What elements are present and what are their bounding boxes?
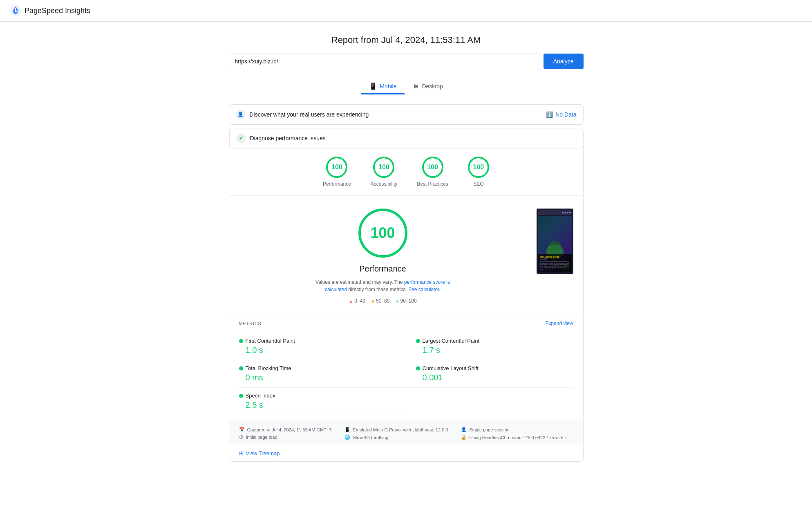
range-label-red: 0–49	[354, 298, 365, 304]
score-label-best-practices: Best Practices	[417, 181, 448, 187]
svg-point-8	[548, 252, 549, 253]
footer-item-icon: 📅	[239, 427, 245, 432]
footer-item-text: Using HeadlessChromium 125.0.6422.175 wi…	[469, 435, 567, 440]
metric-item: First Contentful Paint 1.0 s	[239, 333, 406, 360]
see-calculator-link[interactable]: See calculator.	[408, 287, 441, 292]
diagnose-text: Diagnose performance issues	[250, 135, 326, 141]
footer-item-icon: 👤	[461, 427, 467, 432]
treemap-icon: ⊞	[239, 450, 244, 456]
metric-item: Total Blocking Time 0 ms	[239, 360, 406, 388]
score-circle-best-practices: 100	[422, 157, 443, 178]
metric-item: Largest Contentful Paint 1.7 s	[406, 333, 573, 360]
footer-item-icon: 📱	[344, 427, 350, 432]
score-label-accessibility: Accessibility	[371, 181, 397, 187]
score-item-best-practices[interactable]: 100 Best Practices	[417, 157, 448, 187]
score-circle-seo: 100	[468, 157, 489, 178]
diagnose-bar: ✔ Diagnose performance issues	[229, 128, 583, 148]
diagnose-icon: ✔	[236, 133, 246, 143]
metrics-grid: First Contentful Paint 1.0 s Largest Con…	[239, 333, 573, 415]
footer-item: ⏱Initial page load	[239, 435, 332, 440]
url-input[interactable]	[229, 54, 540, 69]
tab-mobile[interactable]: 📱 Mobile	[361, 79, 405, 94]
app-header: PageSpeed Insights	[0, 0, 812, 22]
metric-value: 2.5 s	[239, 400, 396, 410]
no-data-icon: ℹ️	[546, 111, 553, 118]
footer-item: 🔒Using HeadlessChromium 125.0.6422.175 w…	[461, 435, 567, 440]
score-item-accessibility[interactable]: 100 Accessibility	[371, 157, 397, 187]
score-item-seo[interactable]: 100 SEO	[468, 157, 489, 187]
svg-point-4	[549, 247, 550, 248]
metric-name-row: First Contentful Paint	[239, 338, 396, 344]
footer-item-text: Slow 4G throttling	[353, 435, 388, 440]
performance-right: Seni Estetika Bunga oleh XUIY Nikmati pe…	[537, 209, 573, 274]
tab-desktop[interactable]: 🖥 Desktop	[405, 79, 451, 94]
tab-mobile-label: Mobile	[380, 83, 396, 90]
big-score-circle: 100	[358, 209, 407, 258]
desktop-icon: 🖥	[413, 83, 419, 90]
metric-name-row: Cumulative Layout Shift	[416, 365, 573, 371]
footer-item: 👤Single page session	[461, 427, 567, 432]
scores-section: ✔ Diagnose performance issues 100 Perfor…	[229, 128, 584, 462]
metric-dot	[239, 366, 243, 370]
main-content: Report from Jul 4, 2024, 11:53:11 AM Ana…	[222, 22, 590, 475]
footer-item-icon: 🔒	[461, 435, 467, 440]
nav-dot-1	[562, 212, 564, 213]
score-item-performance[interactable]: 100 Performance	[323, 157, 351, 187]
score-label-performance: Performance	[323, 181, 351, 187]
metric-value: 1.0 s	[239, 346, 396, 355]
discover-icon: 👤	[236, 110, 246, 119]
range-label-orange: 50–89	[376, 298, 389, 304]
performance-description: Values are estimated and may vary. The p…	[309, 278, 456, 293]
perf-desc-middle: directly from these metrics.	[348, 287, 408, 292]
mobile-icon: 📱	[369, 82, 377, 90]
metric-name: Speed Index	[246, 393, 275, 399]
footer-item: 📱Emulated Moto G Power with Lighthouse 1…	[344, 427, 448, 432]
expand-view-button[interactable]: Expand view	[545, 321, 573, 326]
treemap-label: View Treemap	[246, 450, 280, 456]
tabs-container: 📱 Mobile 🖥 Desktop	[229, 79, 584, 94]
metric-name: Largest Contentful Paint	[423, 338, 479, 344]
green-circle-icon: ●	[396, 299, 398, 303]
screenshot-preview: Seni Estetika Bunga oleh XUIY Nikmati pe…	[537, 209, 573, 274]
metric-name: Total Blocking Time	[246, 365, 291, 371]
footer-item-text: Emulated Moto G Power with Lighthouse 12…	[353, 427, 448, 432]
score-circle-performance: 100	[326, 157, 347, 178]
metric-name-row: Largest Contentful Paint	[416, 338, 573, 344]
range-item-red: ▲ 0–49	[349, 298, 365, 304]
metric-value: 0 ms	[239, 373, 396, 382]
tab-desktop-label: Desktop	[422, 83, 443, 90]
logo-area: PageSpeed Insights	[10, 5, 90, 16]
metrics-section: METRICS Expand view First Contentful Pai…	[229, 314, 583, 422]
nav-dot-4	[569, 212, 571, 213]
footer-col-2: 📱Emulated Moto G Power with Lighthouse 1…	[344, 427, 448, 440]
discover-section: 👤 Discover what your real users are expe…	[229, 104, 584, 125]
metric-dot	[416, 366, 420, 370]
score-label-seo: SEO	[473, 181, 483, 187]
footer-item-text: Single page session	[469, 427, 509, 432]
pagespeed-logo-icon	[10, 5, 21, 16]
analyze-button[interactable]: Analyze	[544, 54, 584, 69]
svg-point-7	[559, 251, 561, 252]
discover-text: Discover what your real users are experi…	[250, 111, 369, 118]
performance-detail: 100 Performance Values are estimated and…	[229, 195, 583, 314]
metric-value: 1.7 s	[416, 346, 573, 355]
app-name: PageSpeed Insights	[25, 7, 90, 15]
metrics-label: METRICS	[239, 321, 262, 326]
screenshot-overlay: Seni Estetika Bunga oleh XUIY Nikmati pe…	[538, 254, 572, 272]
svg-point-6	[551, 244, 552, 245]
footer-col-1: 📅Captured at Jul 4, 2024, 11:53 AM GMT+7…	[239, 427, 332, 440]
metrics-header: METRICS Expand view	[239, 321, 573, 326]
range-item-green: ● 90–100	[396, 298, 416, 304]
performance-title: Performance	[359, 264, 406, 274]
footer-item-text: Captured at Jul 4, 2024, 11:53 AM GMT+7	[247, 427, 332, 432]
no-data-badge: ℹ️ No Data	[546, 111, 576, 118]
metric-name: First Contentful Paint	[246, 338, 295, 344]
score-circle-accessibility: 100	[373, 157, 394, 178]
svg-point-5	[558, 245, 559, 246]
nav-dot-3	[567, 212, 568, 213]
view-treemap-button[interactable]: ⊞ View Treemap	[229, 445, 583, 461]
orange-square-icon: ■	[372, 299, 374, 303]
score-ranges: ▲ 0–49 ■ 50–89 ● 90–100	[349, 298, 416, 304]
footer-item: 📅Captured at Jul 4, 2024, 11:53 AM GMT+7	[239, 427, 332, 432]
performance-left: 100 Performance Values are estimated and…	[239, 209, 527, 304]
